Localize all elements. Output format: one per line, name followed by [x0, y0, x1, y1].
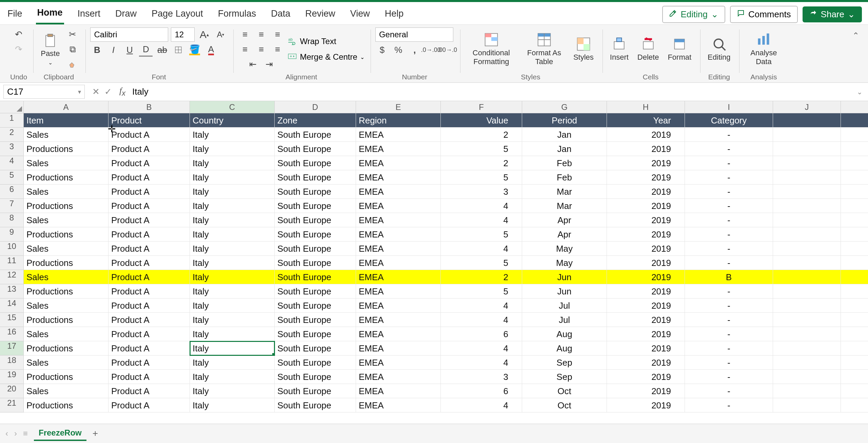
row-header[interactable]: 5 — [0, 170, 24, 185]
data-cell[interactable]: EMEA — [356, 242, 441, 256]
data-cell[interactable]: Productions — [24, 341, 108, 355]
data-cell[interactable] — [773, 384, 841, 398]
data-cell[interactable]: - — [685, 242, 773, 256]
data-cell[interactable]: Sales — [24, 242, 108, 256]
data-cell[interactable]: EMEA — [356, 341, 441, 355]
data-cell[interactable]: - — [685, 213, 773, 227]
data-cell[interactable]: 4 — [441, 313, 522, 327]
row-header[interactable]: 17 — [0, 341, 24, 355]
data-cell[interactable] — [773, 284, 841, 298]
data-cell[interactable]: 5 — [441, 284, 522, 298]
format-cells-button[interactable]: Format — [665, 35, 694, 63]
data-cell[interactable]: 2019 — [607, 313, 685, 327]
data-cell[interactable]: South Europe — [275, 199, 356, 213]
data-cell[interactable] — [841, 256, 868, 270]
double-underline-button[interactable]: D — [139, 43, 153, 57]
row-header[interactable]: 4 — [0, 156, 24, 170]
data-cell[interactable]: South Europe — [275, 185, 356, 199]
data-cell[interactable]: - — [685, 256, 773, 270]
data-cell[interactable] — [773, 270, 841, 284]
data-cell[interactable] — [773, 170, 841, 185]
editing-button[interactable]: Editing — [705, 35, 733, 63]
data-cell[interactable] — [841, 170, 868, 185]
data-cell[interactable]: 4 — [441, 199, 522, 213]
data-cell[interactable]: - — [685, 199, 773, 213]
fill-color-button[interactable]: 🪣 — [188, 43, 201, 57]
increase-decimal-button[interactable]: .0→.00 — [424, 43, 438, 57]
data-cell[interactable]: Product A — [108, 185, 190, 199]
row-header[interactable]: 14 — [0, 298, 24, 313]
data-cell[interactable] — [773, 213, 841, 227]
row-header[interactable]: 18 — [0, 355, 24, 370]
header-cell[interactable]: Value — [441, 113, 522, 128]
merge-center-button[interactable]: Merge & Centre ⌄ — [288, 52, 364, 62]
data-cell[interactable]: South Europe — [275, 170, 356, 185]
data-cell[interactable] — [773, 313, 841, 327]
tab-draw[interactable]: Draw — [114, 5, 138, 24]
column-header[interactable]: B — [108, 101, 190, 113]
data-cell[interactable] — [841, 156, 868, 170]
data-cell[interactable]: Italy — [190, 355, 275, 370]
header-cell[interactable]: Region — [356, 113, 441, 128]
data-cell[interactable]: - — [685, 398, 773, 412]
align-center-button[interactable]: ≡ — [254, 42, 268, 56]
data-cell[interactable]: EMEA — [356, 213, 441, 227]
data-cell[interactable]: South Europe — [275, 384, 356, 398]
format-as-table-button[interactable]: Format As Table — [521, 31, 567, 68]
column-header[interactable]: D — [275, 101, 356, 113]
data-cell[interactable] — [841, 384, 868, 398]
data-cell[interactable]: Jun — [522, 270, 607, 284]
data-cell[interactable] — [773, 341, 841, 355]
data-cell[interactable]: 4 — [441, 213, 522, 227]
data-cell[interactable] — [841, 128, 868, 142]
row-header[interactable]: 9 — [0, 227, 24, 242]
data-cell[interactable]: Product A — [108, 384, 190, 398]
data-cell[interactable]: - — [685, 341, 773, 355]
data-cell[interactable]: Product A — [108, 156, 190, 170]
data-cell[interactable]: Italy — [190, 142, 275, 156]
data-cell[interactable]: Italy — [190, 313, 275, 327]
data-cell[interactable]: Sep — [522, 355, 607, 370]
data-cell[interactable]: 2019 — [607, 256, 685, 270]
tab-file[interactable]: File — [6, 5, 24, 24]
data-cell[interactable]: 2019 — [607, 156, 685, 170]
data-cell[interactable] — [841, 213, 868, 227]
data-cell[interactable]: Jan — [522, 128, 607, 142]
data-cell[interactable] — [841, 355, 868, 370]
data-cell[interactable]: Italy — [190, 256, 275, 270]
tab-review[interactable]: Review — [304, 5, 337, 24]
data-cell[interactable]: Product A — [108, 256, 190, 270]
data-cell[interactable]: South Europe — [275, 327, 356, 341]
data-cell[interactable]: 2019 — [607, 398, 685, 412]
data-cell[interactable] — [773, 199, 841, 213]
data-cell[interactable]: Product A — [108, 341, 190, 355]
data-cell[interactable]: Italy — [190, 227, 275, 242]
row-header[interactable]: 20 — [0, 384, 24, 398]
data-cell[interactable]: 2019 — [607, 185, 685, 199]
data-cell[interactable]: Italy — [190, 341, 275, 355]
row-header[interactable]: 13 — [0, 284, 24, 298]
data-cell[interactable]: - — [685, 327, 773, 341]
data-cell[interactable]: EMEA — [356, 170, 441, 185]
row-header[interactable]: 10 — [0, 242, 24, 256]
data-cell[interactable]: EMEA — [356, 355, 441, 370]
data-cell[interactable]: Oct — [522, 384, 607, 398]
data-cell[interactable]: South Europe — [275, 128, 356, 142]
cell-styles-button[interactable]: Styles — [571, 35, 596, 63]
cancel-formula-button[interactable]: ✕ — [92, 86, 100, 97]
header-cell[interactable]: Period — [522, 113, 607, 128]
tab-insert[interactable]: Insert — [76, 5, 102, 24]
data-cell[interactable]: Sales — [24, 355, 108, 370]
data-cell[interactable]: Productions — [24, 142, 108, 156]
data-cell[interactable]: Productions — [24, 398, 108, 412]
data-cell[interactable] — [773, 398, 841, 412]
bold-button[interactable]: B — [90, 43, 104, 57]
strikethrough-button[interactable]: ab — [155, 43, 169, 57]
data-cell[interactable]: Italy — [190, 327, 275, 341]
data-cell[interactable]: EMEA — [356, 370, 441, 384]
increase-indent-button[interactable]: ⇥ — [262, 57, 276, 71]
accounting-format-button[interactable]: $ — [375, 43, 389, 57]
select-all-corner[interactable] — [0, 101, 24, 113]
data-cell[interactable]: Productions — [24, 170, 108, 185]
percent-format-button[interactable]: % — [392, 43, 405, 57]
